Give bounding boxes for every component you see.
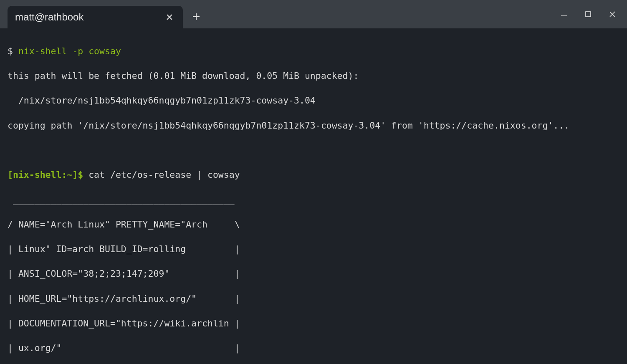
minimize-button[interactable] — [552, 4, 576, 24]
new-tab-button[interactable] — [186, 7, 206, 27]
window-controls — [552, 0, 624, 28]
plus-icon — [192, 13, 200, 21]
close-icon — [167, 14, 172, 20]
cowsay-line: | DOCUMENTATION_URL="https://wiki.archli… — [8, 317, 619, 330]
output-line: copying path '/nix/store/nsj1bb54qhkqy66… — [8, 119, 619, 132]
svg-rect-0 — [586, 12, 591, 17]
cowsay-line: | Linux" ID=arch BUILD_ID=rolling | — [8, 243, 619, 255]
minimize-icon — [561, 11, 567, 18]
output-line: /nix/store/nsj1bb54qhkqy66nqgyb7n01zp11z… — [8, 94, 619, 107]
cowsay-line: ________________________________________… — [8, 194, 619, 206]
command-text: cat /etc/os-release | cowsay — [83, 169, 240, 180]
cowsay-line: | HOME_URL="https://archlinux.org/" | — [8, 293, 619, 305]
close-tab-button[interactable] — [164, 11, 175, 23]
tab-title: matt@rathbook — [15, 10, 83, 24]
close-icon — [609, 11, 616, 18]
output-line: this path will be fetched (0.01 MiB down… — [8, 70, 619, 82]
prompt-symbol: $ — [8, 46, 18, 56]
titlebar: matt@rathbook — [0, 0, 627, 28]
terminal-output[interactable]: $ nix-shell -p cowsay this path will be … — [0, 28, 627, 364]
maximize-button[interactable] — [576, 4, 600, 24]
maximize-icon — [585, 11, 591, 17]
nix-shell-prompt: [nix-shell:~]$ — [8, 169, 83, 180]
command-text: nix-shell -p cowsay — [18, 46, 121, 56]
cowsay-line: | ANSI_COLOR="38;2;23;147;209" | — [8, 268, 619, 280]
close-window-button[interactable] — [600, 4, 624, 24]
cowsay-line: / NAME="Arch Linux" PRETTY_NAME="Arch \ — [8, 218, 619, 231]
terminal-tab[interactable]: matt@rathbook — [8, 6, 183, 28]
blank-line — [8, 144, 619, 157]
cowsay-line: | ux.org/" | — [8, 342, 619, 354]
